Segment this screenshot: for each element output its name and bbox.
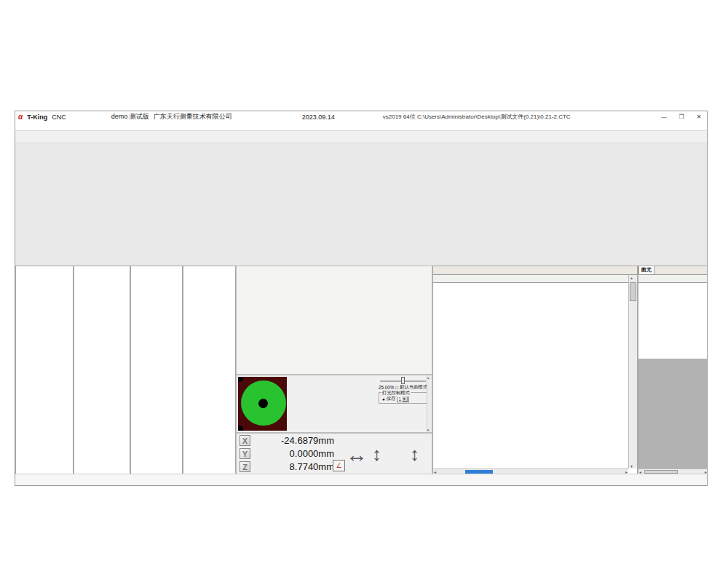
jog-vertical-icon[interactable]: ↕ [372, 439, 381, 469]
position-readout: X -24.6879mm Y 0.0000mm Z 8.7740mm ↔ ↕ ↕… [236, 433, 432, 475]
measure-list-4 [183, 266, 236, 475]
date-label: 2023.09.14 [302, 113, 335, 121]
master-brightness-slider[interactable] [380, 377, 426, 384]
light-mode-group-label: 灯光控制模式 [381, 390, 411, 396]
light-mode-group: 灯光控制模式 ● 保存 1▾ [379, 392, 430, 404]
jog-z-icon[interactable]: ↕ [410, 439, 419, 469]
chevron-down-icon: ▾ [403, 396, 408, 402]
table-header [433, 275, 637, 283]
lower-section: 25.00% □ 默认当前模式 灯光控制模式 ● 保存 1▾ [15, 266, 708, 475]
light-control-panel: 25.00% □ 默认当前模式 灯光控制模式 ● 保存 1▾ [236, 375, 432, 433]
measure-list-2 [74, 266, 130, 475]
z-position-value: 8.7740mm [250, 461, 334, 472]
app-window: α T-King CNC demo 测试版 广东天行测量技术有限公司 2023.… [15, 111, 708, 486]
x-position-value: -24.6879mm [250, 435, 334, 446]
table-vscrollbar[interactable] [628, 275, 637, 469]
close-button[interactable]: ✕ [694, 113, 704, 120]
app-edition: CNC [52, 113, 66, 121]
save-radio[interactable]: ● [382, 396, 385, 402]
user-label: demo 测试版 [111, 112, 149, 121]
angle-jog-button[interactable]: ∠ [333, 460, 345, 471]
light-options-scrollbar[interactable] [427, 375, 432, 432]
menu-bar [15, 122, 707, 131]
status-bar [15, 474, 708, 485]
default-mode-checkbox[interactable]: □ [395, 385, 398, 390]
titlebar: α T-King CNC demo 测试版 广东天行测量技术有限公司 2023.… [15, 111, 707, 122]
camera-row [15, 142, 708, 266]
elements-panel: 图元 [638, 266, 708, 475]
light-options: 25.00% □ 默认当前模式 灯光控制模式 ● 保存 1▾ [377, 375, 432, 432]
app-logo-icon: α [18, 113, 23, 121]
slider-thumb[interactable] [401, 377, 405, 384]
table-tabs [433, 266, 637, 275]
measurement-table [432, 266, 638, 475]
z-axis-button[interactable]: Z [240, 461, 250, 472]
y-axis-button[interactable]: Y [240, 448, 250, 459]
master-brightness-value: 25.00% [379, 385, 394, 390]
tab-elements[interactable]: 图元 [638, 266, 654, 274]
jog-pad[interactable]: ↔ ↕ ↕ [346, 439, 404, 470]
maximize-button[interactable]: ❐ [676, 113, 687, 120]
ring-light-center-dot [258, 399, 268, 408]
measure-list-1 [15, 266, 74, 475]
table-body [433, 283, 628, 469]
app-name: T-King [27, 113, 47, 121]
measure-list-3 [130, 266, 183, 475]
elements-empty-area [638, 359, 708, 469]
elements-header [638, 275, 708, 283]
minimize-button[interactable]: — [659, 113, 669, 120]
company-label: 广东天行测量技术有限公司 [154, 112, 232, 121]
y-position-value: 0.0000mm [250, 448, 334, 459]
file-path-label: vs2019 64位 C:\Users\Administrator\Deskto… [383, 113, 571, 121]
x-axis-button[interactable]: X [240, 435, 250, 446]
jog-horizontal-icon[interactable]: ↔ [346, 445, 368, 464]
ring-light-preview[interactable] [238, 377, 287, 431]
measure-toolbox [236, 266, 432, 375]
